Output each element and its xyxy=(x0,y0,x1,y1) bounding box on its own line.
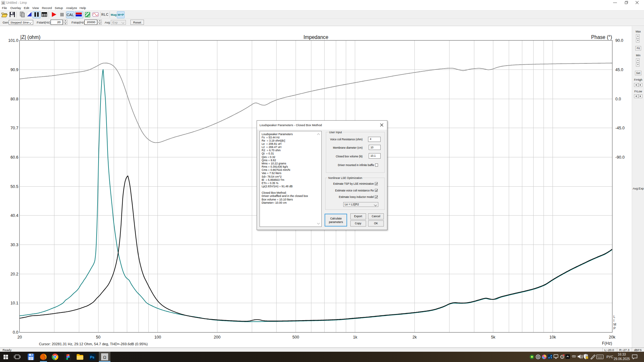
svg-text:-90.0: -90.0 xyxy=(615,155,625,160)
svg-text:RLC: RLC xyxy=(101,13,109,16)
svg-text:20: 20 xyxy=(17,335,22,339)
svg-text:0.0: 0.0 xyxy=(13,330,18,335)
svg-text:M+P: M+P xyxy=(118,13,124,16)
svg-text:100: 100 xyxy=(154,335,161,339)
svg-text:1k: 1k xyxy=(353,335,357,339)
svg-text:Impedance: Impedance xyxy=(303,34,328,40)
svg-text:P: P xyxy=(613,326,616,330)
svg-text:10.1: 10.1 xyxy=(10,301,18,305)
svg-text:20k: 20k xyxy=(609,335,616,339)
svg-text:Ω: Ω xyxy=(103,355,106,360)
svg-text:2k: 2k xyxy=(412,335,417,339)
svg-text:40.4: 40.4 xyxy=(10,213,18,218)
svg-text:50: 50 xyxy=(96,335,100,339)
svg-text:M: M xyxy=(613,322,616,326)
svg-text:101.0: 101.0 xyxy=(8,38,18,43)
svg-text:!: ! xyxy=(587,357,587,359)
svg-text:50.5: 50.5 xyxy=(10,184,18,189)
svg-text:90.9: 90.9 xyxy=(10,68,18,72)
svg-text:I: I xyxy=(613,319,614,322)
svg-text:200: 200 xyxy=(214,335,221,339)
svg-text:60.6: 60.6 xyxy=(10,155,18,160)
svg-text:500: 500 xyxy=(292,335,299,339)
svg-text:Mag: Mag xyxy=(111,13,117,16)
svg-text:0.0: 0.0 xyxy=(615,97,621,101)
svg-text:Phase (°): Phase (°) xyxy=(591,34,612,40)
svg-text:F(Hz): F(Hz) xyxy=(602,341,612,346)
svg-text:90.0: 90.0 xyxy=(615,38,623,43)
svg-text:70.7: 70.7 xyxy=(10,126,18,130)
svg-text:10k: 10k xyxy=(549,335,556,339)
svg-text:5k: 5k xyxy=(491,335,496,339)
svg-text:|Z| (ohm): |Z| (ohm) xyxy=(20,34,41,40)
svg-text:Cursor: 20281.31 Hz, 29.12 Ohm: Cursor: 20281.31 Hz, 29.12 Ohm, 54.7 deg… xyxy=(39,342,148,346)
svg-text:30.3: 30.3 xyxy=(10,243,18,247)
svg-text:45.0: 45.0 xyxy=(615,68,623,72)
svg-text:80.8: 80.8 xyxy=(10,97,18,101)
svg-text:Ps: Ps xyxy=(90,355,94,359)
svg-text:L: L xyxy=(613,315,615,319)
svg-text:CAL: CAL xyxy=(67,13,74,17)
svg-text:20.2: 20.2 xyxy=(10,272,18,276)
svg-text:-45.0: -45.0 xyxy=(615,126,625,130)
